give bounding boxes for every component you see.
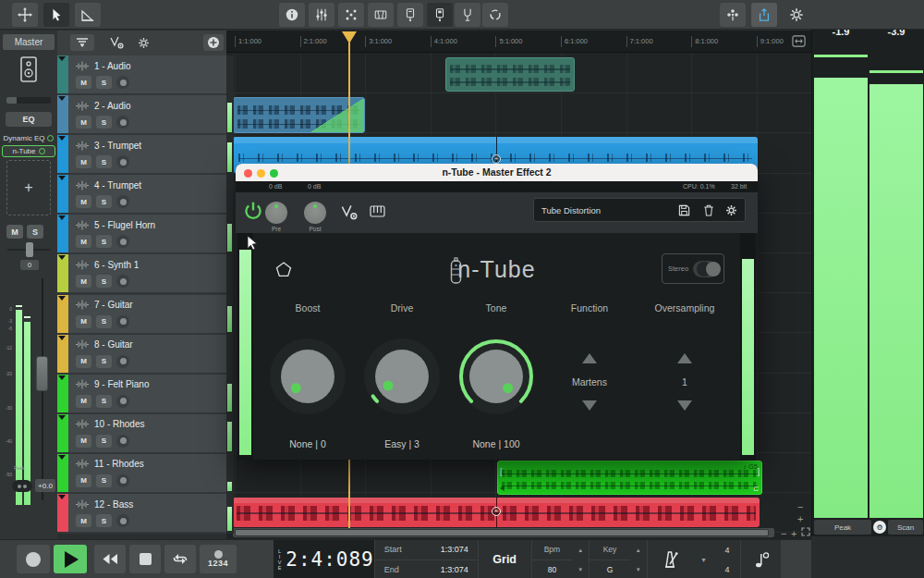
solo-button[interactable]: S xyxy=(96,355,112,368)
track-row[interactable]: 8 - GuitarMS xyxy=(57,335,226,373)
live-indicator[interactable]: LIVE xyxy=(274,540,286,578)
mute-button[interactable]: M xyxy=(76,514,91,527)
clip-loop-badge[interactable]: C xyxy=(753,485,759,493)
tone-knob[interactable] xyxy=(457,338,535,415)
clip-left-bracket[interactable]: [ xyxy=(500,467,503,476)
playhead-handle[interactable] xyxy=(342,31,357,43)
grid-button[interactable]: Grid xyxy=(478,540,532,578)
zoom-in-button[interactable]: + xyxy=(791,529,796,538)
mute-button[interactable]: M xyxy=(76,235,91,248)
drum-pads-button[interactable] xyxy=(338,3,364,27)
delete-preset-icon[interactable] xyxy=(703,204,714,216)
pre-gain-knob[interactable] xyxy=(265,202,287,224)
audio-clip-track1[interactable] xyxy=(445,57,575,92)
record-arm-button[interactable] xyxy=(116,435,129,448)
oversampling-up-button[interactable] xyxy=(677,353,692,363)
fullscreen-icon[interactable] xyxy=(801,527,810,536)
track-row[interactable]: 7 - GuitarMS xyxy=(57,295,226,333)
audio-clip-track2[interactable] xyxy=(233,97,365,133)
track-row[interactable]: 9 - Felt PianoMS xyxy=(57,375,226,412)
settings-button[interactable] xyxy=(784,3,809,27)
track-row[interactable]: 4 - TrumpetMS xyxy=(57,175,226,213)
power-icon[interactable] xyxy=(39,148,45,154)
solo-button[interactable]: S xyxy=(96,195,112,208)
track-filter-button[interactable] xyxy=(70,34,94,51)
vertical-zoom-out-button[interactable]: − xyxy=(797,502,803,511)
mute-button[interactable]: M xyxy=(76,395,91,408)
track-row[interactable]: 10 - RhodesMS xyxy=(57,414,226,452)
track-settings-button[interactable] xyxy=(133,34,153,51)
scan-button[interactable]: Scan xyxy=(888,520,923,535)
mute-button[interactable]: M xyxy=(76,116,91,129)
solo-button[interactable]: S xyxy=(96,315,112,328)
record-arm-button[interactable] xyxy=(116,155,129,168)
key-block[interactable]: Key G xyxy=(590,540,630,578)
drive-knob[interactable] xyxy=(363,338,441,415)
metronome-dropdown[interactable]: ▼ xyxy=(693,540,714,578)
piano-roll-button[interactable] xyxy=(368,3,394,27)
mute-button[interactable]: M xyxy=(76,76,91,89)
ntube-plugin-window[interactable]: n-Tube - Master Effect 2 0 dB 0 dB CPU: … xyxy=(236,164,758,460)
stereo-toggle[interactable]: Stereo xyxy=(662,253,724,284)
record-arm-button[interactable] xyxy=(116,76,129,89)
master-pan-slider[interactable] xyxy=(7,249,50,251)
save-preset-icon[interactable] xyxy=(678,204,690,216)
count-in-button[interactable]: 1234 xyxy=(200,545,237,573)
vertical-zoom-in-button[interactable]: + xyxy=(797,514,803,523)
mixer-button[interactable] xyxy=(309,3,334,27)
fade-tool-button[interactable] xyxy=(75,3,101,27)
solo-button[interactable]: S xyxy=(96,76,112,89)
pan-handle[interactable] xyxy=(26,242,33,257)
add-effect-button[interactable]: + xyxy=(6,160,51,215)
audio-clip-track11[interactable]: ♪ G5 [ ] C xyxy=(497,461,762,495)
effects-button[interactable] xyxy=(720,3,746,27)
boost-knob[interactable] xyxy=(269,338,346,415)
track-row[interactable]: 12 - BassMS xyxy=(57,494,226,532)
mute-button[interactable]: M xyxy=(76,275,91,288)
speaker-icon[interactable] xyxy=(500,485,507,492)
stop-button[interactable] xyxy=(129,545,161,573)
metronome-button[interactable] xyxy=(648,540,693,578)
solo-button[interactable]: S xyxy=(96,155,112,168)
meter-settings-button[interactable]: ⚙ xyxy=(873,521,886,534)
rewind-button[interactable] xyxy=(94,545,126,573)
preset-selector[interactable]: Tube Distortion xyxy=(533,198,746,222)
mute-button[interactable]: M xyxy=(76,474,91,487)
tuner-button[interactable] xyxy=(455,3,480,27)
eq-button[interactable]: EQ xyxy=(6,112,52,127)
track-row[interactable]: 3 - TrumpetMS xyxy=(57,135,226,173)
peak-mode-button[interactable]: Peak xyxy=(814,520,871,535)
solo-button[interactable]: S xyxy=(96,235,112,248)
record-arm-button[interactable] xyxy=(116,355,129,368)
select-tool-button[interactable] xyxy=(43,3,69,27)
bpm-down-button[interactable]: ▼ xyxy=(572,560,589,578)
record-arm-button[interactable] xyxy=(116,315,129,328)
instrument-rack-button[interactable] xyxy=(397,3,423,27)
record-arm-button[interactable] xyxy=(116,395,129,408)
power-icon[interactable] xyxy=(47,135,54,141)
solo-button[interactable]: S xyxy=(96,116,112,129)
scrollbar-thumb[interactable] xyxy=(235,529,769,536)
master-solo-button[interactable]: S xyxy=(27,225,43,239)
sync-button[interactable] xyxy=(482,3,508,27)
plugin-automation-button[interactable] xyxy=(340,204,358,220)
time-ruler[interactable]: 1:1:0002:1:0003:1:0004:1:0005:1:0006:1:0… xyxy=(226,31,811,53)
post-gain-knob[interactable] xyxy=(304,202,326,224)
bpm-up-button[interactable]: ▲ xyxy=(572,540,589,560)
record-arm-button[interactable] xyxy=(116,116,129,129)
track-row[interactable]: 5 - Flugel HornMS xyxy=(57,215,226,252)
plugin-power-button[interactable] xyxy=(241,200,265,224)
end-row[interactable]: End 1:3:074 xyxy=(375,560,478,578)
edit-node[interactable]: + xyxy=(492,507,501,516)
master-output-bar[interactable] xyxy=(6,97,51,104)
ntube-plugin-item[interactable]: n-Tube xyxy=(2,145,55,157)
horizontal-scrollbar[interactable] xyxy=(233,528,774,537)
edit-node[interactable]: + xyxy=(492,154,501,164)
master-mute-button[interactable]: M xyxy=(6,225,23,239)
record-button[interactable] xyxy=(17,545,50,573)
stereo-switch[interactable] xyxy=(693,261,718,277)
solo-button[interactable]: S xyxy=(96,275,112,288)
solo-button[interactable]: S xyxy=(96,514,112,527)
mute-button[interactable]: M xyxy=(76,355,91,368)
solo-button[interactable]: S xyxy=(96,474,112,487)
